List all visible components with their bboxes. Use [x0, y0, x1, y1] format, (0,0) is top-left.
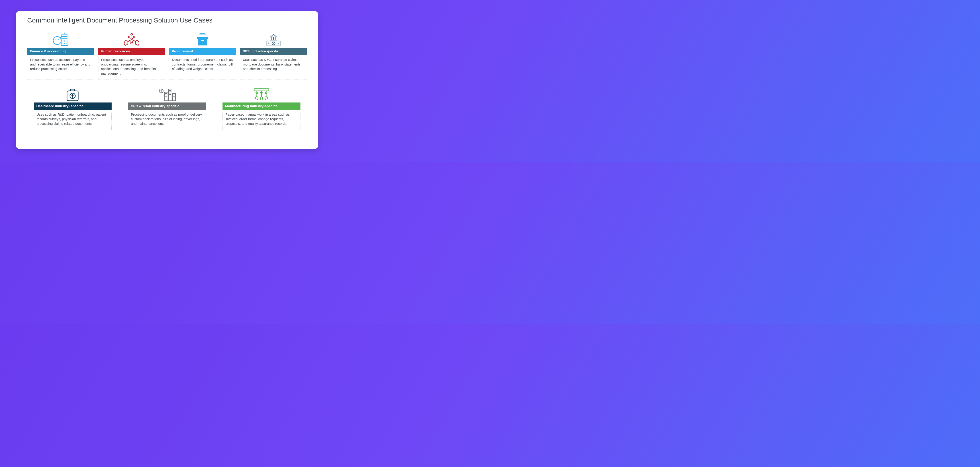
page-title: Common Intelligent Document Processing S… — [27, 16, 307, 24]
svg-rect-52 — [254, 89, 269, 91]
content-panel: Common Intelligent Document Processing S… — [16, 11, 318, 149]
card-header: Finance & accounting — [27, 48, 94, 55]
svg-point-7 — [64, 40, 65, 41]
procurement-icon — [169, 30, 236, 47]
svg-rect-21 — [199, 35, 206, 35]
card-body: Uses such as R&D, patient onboarding, pa… — [33, 110, 111, 130]
svg-point-18 — [133, 36, 135, 38]
svg-point-31 — [268, 43, 269, 44]
svg-rect-20 — [200, 33, 205, 34]
svg-point-0 — [53, 37, 61, 45]
card-header: Procurement — [169, 48, 236, 55]
svg-point-13 — [64, 43, 65, 44]
card-body: Paper-based manual work in areas such as… — [223, 110, 301, 130]
hr-icon — [98, 30, 165, 47]
card-header: CPG & retail industry specific — [128, 102, 206, 110]
svg-text:$: $ — [64, 32, 65, 35]
card-finance: $ Finance & accounting Processes such as… — [27, 30, 94, 80]
svg-rect-22 — [198, 36, 207, 36]
svg-point-11 — [66, 41, 67, 42]
card-body: Processes such as employee onboarding, r… — [98, 55, 165, 80]
card-body: Uses such as KYC, insurance claims, mort… — [240, 55, 307, 80]
bfsi-icon: $ — [240, 30, 307, 47]
svg-point-6 — [63, 40, 64, 41]
card-header: Healthcare industry- specific — [33, 102, 111, 110]
svg-rect-42 — [172, 94, 175, 101]
svg-point-19 — [131, 38, 132, 40]
svg-point-1 — [56, 39, 56, 40]
svg-point-14 — [66, 43, 67, 44]
svg-point-8 — [66, 40, 67, 41]
svg-point-16 — [131, 33, 132, 35]
card-hr: Human resources Processes such as employ… — [98, 30, 165, 80]
card-healthcare: Healthcare industry- specific Uses such … — [33, 85, 111, 130]
card-body: Processes such as accounts payable and r… — [27, 55, 94, 80]
svg-point-10 — [64, 41, 65, 42]
card-retail: CPG & retail industry specific Processin… — [128, 85, 206, 130]
card-header: Manufacturing industry-specific — [223, 102, 301, 110]
manufacturing-icon — [223, 85, 301, 102]
card-manufacturing: Manufacturing industry-specific Paper-ba… — [223, 85, 301, 130]
card-header: Human resources — [98, 48, 165, 55]
svg-rect-23 — [200, 40, 204, 41]
retail-icon — [128, 85, 206, 102]
svg-point-12 — [63, 43, 64, 44]
svg-text:$: $ — [273, 42, 274, 45]
svg-point-9 — [63, 41, 64, 42]
card-bfsi: $ BFSI industry-specific Uses such as KY… — [240, 30, 307, 80]
svg-point-17 — [128, 36, 130, 38]
card-header: BFSI industry-specific — [240, 48, 307, 55]
svg-point-2 — [58, 39, 59, 40]
card-body: Documents used in procurement such as co… — [169, 55, 236, 80]
card-row-1: $ Finance & accounting Processes such as… — [27, 30, 307, 80]
card-row-2: Healthcare industry- specific Uses such … — [27, 85, 307, 130]
card-body: Processing documents such as proof of de… — [128, 110, 206, 130]
healthcare-icon — [33, 85, 111, 102]
svg-point-32 — [278, 43, 279, 44]
svg-rect-41 — [169, 89, 172, 101]
finance-icon: $ — [27, 30, 94, 47]
card-procurement: Procurement Documents used in procuremen… — [169, 30, 236, 80]
